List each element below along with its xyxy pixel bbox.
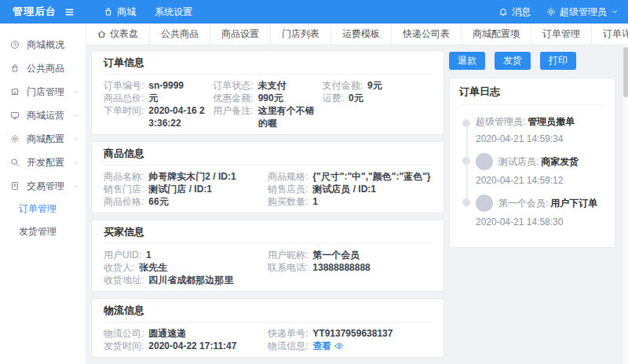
field-label: 联系电话: <box>268 261 308 274</box>
field-label: 支付金额: <box>323 79 363 92</box>
card-body: 物流公司:圆通速递发货时间:2020-04-22 17:11:47快递单号:YT… <box>104 322 432 354</box>
field-value: 四川省成都那边那里 <box>148 274 233 286</box>
card-title: 商品信息 <box>104 142 432 166</box>
scrollbar-thumb[interactable] <box>623 47 628 97</box>
order-log-timeline: 超级管理员:管理员撤单2020-04-21 14:59:34测试店员:商家发货2… <box>459 105 605 228</box>
sidebar-item-label: 门店管理 <box>27 86 64 99</box>
tab-label: 运费模板 <box>342 27 380 41</box>
field-value: 990元 <box>258 92 283 104</box>
print-button[interactable]: 打印 <box>540 52 576 70</box>
shop-bag-icon <box>104 7 113 16</box>
field-column: 用户UID:1收货人:张先生收货地址:四川省成都那边那里 <box>104 249 268 286</box>
topnav-system-settings[interactable]: 系统设置 <box>145 0 202 24</box>
timeline-dot <box>462 119 470 127</box>
sidebar-item-dev-config[interactable]: 开发配置 <box>0 151 86 174</box>
card-body: 订单编号:sn-9999商品总价:元下单时间:2020-04-16 23:36:… <box>104 75 432 131</box>
field-label: 收货地址: <box>104 274 144 286</box>
tab-freight-template[interactable]: 运费模板 <box>331 24 392 45</box>
avatar <box>476 153 493 170</box>
tab-public-goods[interactable]: 公共商品 <box>150 24 210 45</box>
log-entry: 测试店员:商家发货2020-04-21 14:59:12 <box>459 153 605 186</box>
refund-button[interactable]: 退款 <box>449 52 485 70</box>
goods-info-card: 商品信息商品名称:帅哥牌实木门2 / ID:1销售门店:测试门店 / ID:1商… <box>91 141 444 213</box>
card-title: 订单信息 <box>104 51 432 75</box>
field-row: 支付金额:9元 <box>323 79 432 92</box>
topnav-label: 商城 <box>117 5 136 19</box>
field-value: 13888888888 <box>312 261 370 274</box>
tab-order-detail[interactable]: 订单详细 <box>592 24 628 45</box>
user-menu-button[interactable]: 超级管理员 <box>546 5 619 19</box>
topnav-mall[interactable]: 商城 <box>94 0 145 24</box>
tab-mall-config-item[interactable]: 商城配置项 <box>462 24 531 45</box>
field-value: YT9137959638137 <box>312 327 392 340</box>
field-label: 用户UID: <box>104 249 141 261</box>
field-label: 快递单号: <box>268 327 308 340</box>
field-label: 优惠金额: <box>213 92 253 104</box>
action-buttons: 退款发货打印 <box>449 52 615 70</box>
sidebar-subitem-order-management[interactable]: 订单管理 <box>0 198 86 220</box>
field-row: 用户昵称:第一个会员 <box>268 249 432 261</box>
field-column: 订单状态:未支付优惠金额:990元用户备注:这里有个不错的喔 <box>213 79 322 129</box>
order-log-title: 订单日志 <box>459 78 605 105</box>
field-value: 元 <box>148 92 158 104</box>
log-entry-line: 超级管理员:管理员撤单 <box>476 115 605 129</box>
field-label: 运费: <box>323 92 344 104</box>
right-panel: 退款发货打印 订单日志 超级管理员:管理员撤单2020-04-21 14:59:… <box>449 50 615 364</box>
field-row: 销售门店:测试门店 / ID:1 <box>104 183 268 195</box>
sidebar-item-mall-config[interactable]: 商城配置 <box>0 127 86 151</box>
scrollbar[interactable] <box>622 46 628 364</box>
log-action: 管理员撤单 <box>528 115 575 129</box>
field-row: 订单状态:未支付 <box>213 79 322 92</box>
log-author: 超级管理员: <box>476 115 525 129</box>
app-logo: 管理后台 <box>0 5 86 19</box>
view-logistics-link[interactable]: 查看 <box>312 340 344 352</box>
log-entry: 超级管理员:管理员撤单2020-04-21 14:59:34 <box>459 115 605 144</box>
card-body: 用户UID:1收货人:张先生收货地址:四川省成都那边那里用户昵称:第一个会员联系… <box>104 244 432 288</box>
field-row: 用户UID:1 <box>104 249 268 261</box>
chevron-down-icon <box>72 89 79 96</box>
sidebar-item-store-management[interactable]: 门店管理 <box>0 80 86 104</box>
field-row: 联系电话:13888888888 <box>268 261 432 274</box>
field-value: 测试店员 / ID:1 <box>312 183 376 195</box>
card-body: 商品名称:帅哥牌实木门2 / ID:1销售门店:测试门店 / ID:1商品价格:… <box>104 166 432 209</box>
field-label: 发货时间: <box>104 340 144 352</box>
sidebar-item-label: 开发配置 <box>27 156 64 169</box>
tab-order-management[interactable]: 订单管理 <box>531 24 592 45</box>
clock-icon <box>10 40 20 49</box>
field-label: 物流公司: <box>104 327 144 340</box>
tab-express-company[interactable]: 快递公司表 <box>392 24 462 45</box>
store-icon <box>10 87 20 96</box>
buyer-info-card: 买家信息用户UID:1收货人:张先生收货地址:四川省成都那边那里用户昵称:第一个… <box>91 220 444 292</box>
ship-button[interactable]: 发货 <box>495 52 531 70</box>
log-entry-line: 第一个会员:用户下订单 <box>476 195 605 212</box>
sidebar-item-label: 商城运营 <box>27 109 64 122</box>
field-label: 商品规格: <box>268 170 308 183</box>
sidebar-item-trade-management[interactable]: 交易管理 <box>0 174 86 198</box>
field-label: 购买数量: <box>268 195 308 208</box>
messages-button[interactable]: 消息 <box>498 5 531 19</box>
top-nav: 商城系统设置 <box>94 0 498 24</box>
tab-store-list[interactable]: 门店列表 <box>271 24 331 45</box>
tab-label: 订单详细 <box>603 27 628 41</box>
field-label: 物流信息: <box>268 340 308 352</box>
field-value: 第一个会员 <box>312 249 360 261</box>
sidebar-item-public-goods[interactable]: 公共商品 <box>0 56 86 80</box>
order-info-card: 订单信息订单编号:sn-9999商品总价:元下单时间:2020-04-16 23… <box>91 50 444 135</box>
field-column: 订单编号:sn-9999商品总价:元下单时间:2020-04-16 23:36:… <box>104 79 213 129</box>
topbar-right: 消息 超级管理员 <box>498 5 628 19</box>
tab-goods-settings[interactable]: 商品设置 <box>210 24 271 45</box>
field-row: 收货人:张先生 <box>104 261 268 274</box>
field-value: sn-9999 <box>148 79 184 92</box>
sidebar-item-mall-operation[interactable]: 商城运营 <box>0 104 86 127</box>
sidebar-item-mall-overview[interactable]: 商城概况 <box>0 33 86 56</box>
field-value: 9元 <box>367 79 382 92</box>
menu-toggle-icon[interactable] <box>64 7 75 17</box>
field-row: 运费:0元 <box>323 92 432 104</box>
field-column: 商品规格:{"尺寸":"中","颜色":"蓝色"}销售店员:测试店员 / ID:… <box>268 170 432 208</box>
tab-dashboard[interactable]: 仪表盘 <box>86 24 150 45</box>
order-log-card: 订单日志 超级管理员:管理员撤单2020-04-21 14:59:34测试店员:… <box>449 78 615 248</box>
sidebar-subitem-shipping-management[interactable]: 发货管理 <box>0 220 86 243</box>
field-value: 圆通速递 <box>148 327 186 340</box>
field-row: 订单编号:sn-9999 <box>104 79 213 92</box>
field-label: 收货人: <box>104 261 134 274</box>
